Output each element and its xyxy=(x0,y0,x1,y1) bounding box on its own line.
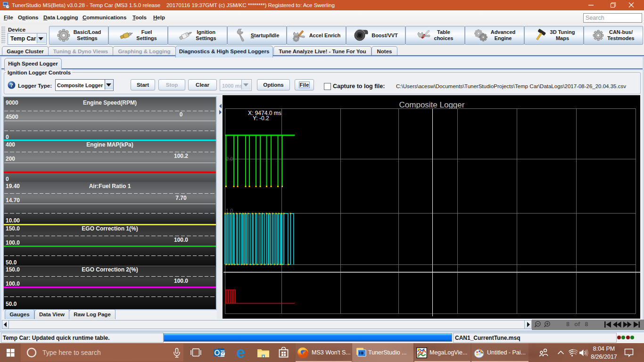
svg-text:?: ? xyxy=(10,82,13,89)
svg-text:Y: -0.2: Y: -0.2 xyxy=(253,115,269,122)
svg-text:Composite Logger: Composite Logger xyxy=(399,100,465,109)
svg-text:2.0: 2.0 xyxy=(226,156,233,162)
svg-text:8 of 8: 8 of 8 xyxy=(566,321,588,328)
svg-text:1.0: 1.0 xyxy=(226,208,233,214)
